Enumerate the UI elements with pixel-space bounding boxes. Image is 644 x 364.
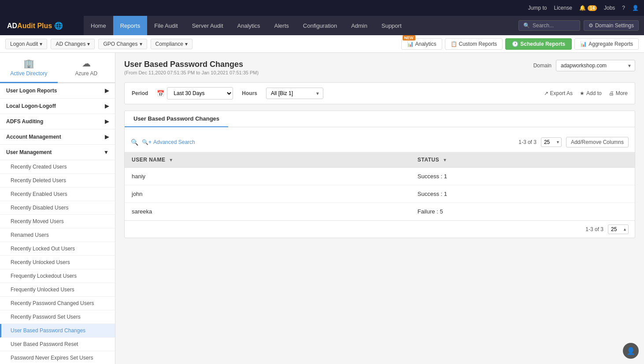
jump-to[interactable]: Jump to xyxy=(528,5,547,11)
nav-alerts[interactable]: Alerts xyxy=(267,16,296,35)
compliance-dropdown[interactable]: Compliance ▾ xyxy=(151,39,192,49)
per-page-footer-select[interactable]: 25 50 100 xyxy=(608,224,629,234)
cell-username-1: haniy xyxy=(125,168,411,185)
sidebar-item-recently-locked-out-users[interactable]: Recently Locked Out Users xyxy=(0,242,115,256)
jobs-link[interactable]: Jobs xyxy=(604,5,615,11)
notifications-bell[interactable]: 🔔 14 xyxy=(579,5,597,11)
ad-changes-dropdown[interactable]: AD Changes ▾ xyxy=(51,39,95,49)
main-layout: 🏢 Active Directory ☁ Azure AD User Logon… xyxy=(0,53,644,364)
table-controls-right: 1-3 of 3 25 50 100 Add/Remove Columns xyxy=(518,137,629,147)
add-to-button[interactable]: ★ Add to xyxy=(580,90,602,96)
sidebar-section-local-logon[interactable]: Local Logon-Logoff ▶ xyxy=(0,99,115,114)
sidebar-item-frequently-unlocked-users[interactable]: Frequently Unlocked Users xyxy=(0,283,115,297)
filters-row: Period 📅 Last 30 Days Hours All [Biz 1] … xyxy=(124,82,635,104)
tab-azure-ad[interactable]: ☁ Azure AD xyxy=(58,53,115,82)
sidebar: 🏢 Active Directory ☁ Azure AD User Logon… xyxy=(0,53,115,364)
period-label: Period xyxy=(132,90,148,96)
search-box[interactable]: 🔍 Search... xyxy=(518,20,580,31)
footer-pagination-range: 1-3 of 3 xyxy=(585,226,603,232)
per-page-select[interactable]: 25 50 100 xyxy=(541,137,562,147)
hours-select-wrap: All [Biz 1] xyxy=(266,88,323,99)
cell-username-3: sareeka xyxy=(125,203,411,221)
table-tabs: User Based Password Changes xyxy=(125,111,635,127)
user-avatar-top[interactable]: 👤 xyxy=(632,5,639,11)
content-actions: ↗ Export As ★ Add to 🖨 More xyxy=(544,90,628,96)
table-header: USER NAME ▼ STATUS ▼ xyxy=(125,152,635,168)
export-as-button[interactable]: ↗ Export As xyxy=(544,90,573,96)
schedule-reports-button[interactable]: 🕐 Schedule Reports xyxy=(505,38,572,50)
nav-file-audit[interactable]: File Audit xyxy=(147,16,185,35)
per-page-wrap: 25 50 100 xyxy=(541,137,562,147)
status-sort-icon: ▼ xyxy=(443,158,447,162)
tab-active-directory[interactable]: 🏢 Active Directory xyxy=(0,53,58,83)
more-button[interactable]: 🖨 More xyxy=(609,90,628,96)
top-bar: Jump to License 🔔 14 Jobs ? 👤 xyxy=(0,0,644,16)
gpo-changes-dropdown[interactable]: GPO Changes ▾ xyxy=(98,39,147,49)
pagination-range: 1-3 of 3 xyxy=(518,139,537,145)
sidebar-item-password-never-expires-set-users[interactable]: Password Never Expires Set Users xyxy=(0,351,115,364)
hours-select[interactable]: All [Biz 1] xyxy=(266,88,323,99)
logo: ADAudit Plus 🌐 xyxy=(0,16,84,35)
col-status[interactable]: STATUS ▼ xyxy=(411,152,635,168)
sidebar-item-recently-password-set-users[interactable]: Recently Password Set Users xyxy=(0,310,115,324)
aggregate-reports-button[interactable]: 📊 Aggregate Reports xyxy=(574,38,639,50)
page-title: User Based Password Changes xyxy=(124,60,259,69)
sidebar-sections: User Logon Reports ▶ Local Logon-Logoff … xyxy=(0,83,115,364)
nav-home[interactable]: Home xyxy=(84,16,113,35)
advanced-search-button[interactable]: 🔍+ Advanced Search xyxy=(142,139,195,145)
add-remove-columns-button[interactable]: Add/Remove Columns xyxy=(566,137,629,147)
nav-reports[interactable]: Reports xyxy=(113,16,148,35)
username-sort-icon: ▼ xyxy=(169,158,173,162)
page-subtitle: (From Dec 11,2020 07:51:35 PM to Jan 10,… xyxy=(124,70,259,75)
table-row: john Success : 1 xyxy=(125,185,635,203)
sidebar-item-user-based-password-reset[interactable]: User Based Password Reset xyxy=(0,338,115,351)
sidebar-item-recently-moved-users[interactable]: Recently Moved Users xyxy=(0,215,115,228)
col-username[interactable]: USER NAME ▼ xyxy=(125,152,411,168)
cell-status-3: Failure : 5 xyxy=(411,203,635,221)
sidebar-item-recently-unlocked-users[interactable]: Recently Unlocked Users xyxy=(0,256,115,269)
tab-user-based-password-changes[interactable]: User Based Password Changes xyxy=(125,111,228,127)
custom-reports-button[interactable]: 📋 Custom Reports xyxy=(445,38,503,50)
calendar-icon[interactable]: 📅 xyxy=(157,90,164,97)
user-avatar-bottom[interactable]: 👤 xyxy=(623,343,639,359)
domain-selector: Domain adapworkshop.com xyxy=(533,60,635,71)
sidebar-item-recently-password-changed-users[interactable]: Recently Password Changed Users xyxy=(0,297,115,310)
domain-settings-button[interactable]: ⚙ Domain Settings xyxy=(584,20,639,31)
cell-username-2: john xyxy=(125,185,411,203)
content-title-area: User Based Password Changes (From Dec 11… xyxy=(124,60,259,75)
sidebar-item-recently-deleted-users[interactable]: Recently Deleted Users xyxy=(0,174,115,188)
sidebar-section-user-mgmt[interactable]: User Management ▼ xyxy=(0,145,115,160)
domain-label: Domain xyxy=(533,63,551,69)
sidebar-item-recently-enabled-users[interactable]: Recently Enabled Users xyxy=(0,188,115,201)
cell-status-2: Success : 1 xyxy=(411,185,635,203)
domain-select[interactable]: adapworkshop.com xyxy=(556,60,635,71)
table-row: haniy Success : 1 xyxy=(125,168,635,185)
analytics-button[interactable]: NEW 📊 Analytics xyxy=(401,38,442,50)
sidebar-tabs: 🏢 Active Directory ☁ Azure AD xyxy=(0,53,115,83)
nav-configuration[interactable]: Configuration xyxy=(296,16,344,35)
per-page-footer-wrap: 25 50 100 xyxy=(608,224,629,234)
nav-items: Home Reports File Audit Server Audit Ana… xyxy=(84,16,518,35)
table-search-icon[interactable]: 🔍 xyxy=(131,139,138,146)
period-select[interactable]: Last 30 Days xyxy=(167,87,233,99)
sidebar-section-user-logon[interactable]: User Logon Reports ▶ xyxy=(0,83,115,99)
nav-admin[interactable]: Admin xyxy=(344,16,374,35)
nav-support[interactable]: Support xyxy=(374,16,409,35)
logon-audit-dropdown[interactable]: Logon Audit ▾ xyxy=(5,39,47,49)
sidebar-section-adfs[interactable]: ADFS Auditing ▶ xyxy=(0,114,115,129)
active-directory-icon: 🏢 xyxy=(23,58,34,69)
sidebar-item-renamed-users[interactable]: Renamed Users xyxy=(0,228,115,242)
sidebar-section-account-mgmt[interactable]: Account Management ▶ xyxy=(0,129,115,145)
sidebar-item-recently-disabled-users[interactable]: Recently Disabled Users xyxy=(0,201,115,215)
sidebar-item-frequently-lockedout-users[interactable]: Frequently Lockedout Users xyxy=(0,269,115,283)
help-icon[interactable]: ? xyxy=(622,5,625,11)
table-body: haniy Success : 1 john Success : 1 saree… xyxy=(125,168,635,221)
table-controls: 🔍 🔍+ Advanced Search 1-3 of 3 25 50 100 xyxy=(125,132,635,152)
license-link[interactable]: License xyxy=(554,5,572,11)
nav-server-audit[interactable]: Server Audit xyxy=(185,16,230,35)
sidebar-item-user-based-password-changes[interactable]: User Based Password Changes xyxy=(0,324,115,338)
period-select-wrap: 📅 Last 30 Days xyxy=(157,87,233,99)
sidebar-item-recently-created-users[interactable]: Recently Created Users xyxy=(0,160,115,174)
nav-analytics[interactable]: Analytics xyxy=(230,16,267,35)
content-header: User Based Password Changes (From Dec 11… xyxy=(124,60,635,75)
